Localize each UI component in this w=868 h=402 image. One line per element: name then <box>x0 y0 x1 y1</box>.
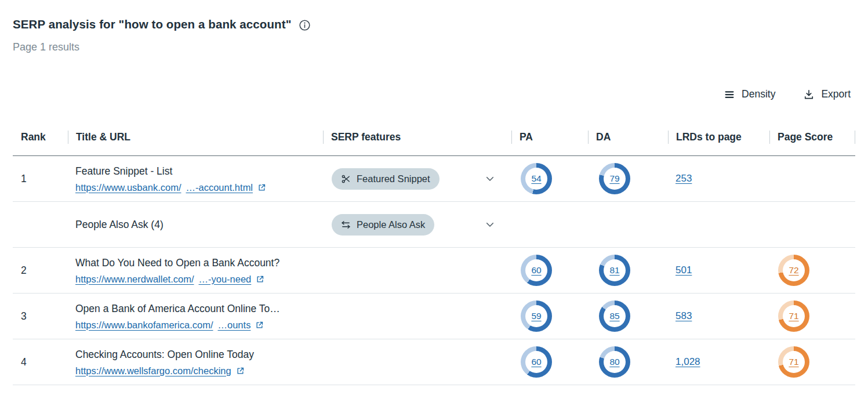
page-score-value-link[interactable]: 71 <box>789 311 798 321</box>
page-title: SERP analysis for "how to open a bank ac… <box>13 17 291 31</box>
lrds-link[interactable]: 253 <box>675 173 692 184</box>
external-link-icon[interactable] <box>257 183 266 192</box>
result-url-suffix-link[interactable]: …-account.html <box>186 182 253 193</box>
serp-feature-badge[interactable]: People Also Ask <box>332 214 434 236</box>
table-row: 4 Checking Accounts: Open Online Today h… <box>13 339 855 385</box>
table-row: 1 Feature Snippet - List https://www.usb… <box>13 156 855 202</box>
external-link-icon[interactable] <box>255 321 264 329</box>
result-url-line: https://www.nerdwallet.com/ …-you-need <box>75 274 323 285</box>
external-link-icon[interactable] <box>236 367 245 375</box>
page-score-cell: 71 <box>769 300 855 332</box>
result-url-line: https://www.wellsfargo.com/checking <box>75 365 323 376</box>
result-title: Checking Accounts: Open Online Today <box>75 348 323 361</box>
rank-cell: 4 <box>13 356 68 368</box>
pa-value-link[interactable]: 60 <box>531 357 541 367</box>
da-donut-chart: 79 <box>599 163 630 194</box>
col-rank: Rank <box>13 131 68 144</box>
page-score-value-link[interactable]: 72 <box>789 265 798 276</box>
pa-cell: 59 <box>511 300 588 332</box>
pa-donut-hole: 60 <box>525 351 547 373</box>
info-icon[interactable] <box>299 19 311 31</box>
pa-donut-hole: 54 <box>525 168 547 190</box>
pa-donut-chart: 60 <box>521 346 552 378</box>
scissors-icon <box>341 174 351 184</box>
serp-feature-label: Featured Snippet <box>357 173 430 184</box>
pa-value-link[interactable]: 54 <box>531 173 541 184</box>
export-button[interactable]: Export <box>803 88 851 100</box>
result-title: What Do You Need to Open a Bank Account? <box>75 256 323 270</box>
chevron-down-icon[interactable] <box>485 219 495 230</box>
density-button[interactable]: Density <box>724 88 775 100</box>
result-url-link[interactable]: https://www.nerdwallet.com/ <box>75 274 194 285</box>
col-title-url: Title & URL <box>68 131 323 144</box>
da-cell: 85 <box>588 300 668 332</box>
pa-donut-chart: 54 <box>521 163 552 194</box>
serp-results-table: Rank Title & URL SERP features PA DA LRD… <box>13 131 855 385</box>
da-donut-hole: 81 <box>604 259 626 281</box>
lrds-link[interactable]: 501 <box>675 265 692 276</box>
header: SERP analysis for "how to open a bank ac… <box>13 17 855 31</box>
da-value-link[interactable]: 80 <box>609 357 619 367</box>
serp-features-cell: Featured Snippet <box>323 168 511 190</box>
title-cell: People Also Ask (4) <box>68 218 323 231</box>
title-cell: Open a Bank of America Account Online To… <box>68 302 323 331</box>
lrds-cell: 253 <box>668 173 769 184</box>
pa-cell: 54 <box>511 163 588 194</box>
serp-analysis-page: SERP analysis for "how to open a bank ac… <box>0 0 868 385</box>
result-url-suffix-link[interactable]: …-you-need <box>199 274 252 285</box>
page-score-donut-chart: 71 <box>778 346 809 378</box>
lrds-cell: 583 <box>668 310 769 322</box>
da-value-link[interactable]: 81 <box>609 265 619 276</box>
page-score-donut-hole: 71 <box>783 351 805 373</box>
lrds-link[interactable]: 1,028 <box>675 356 700 367</box>
col-pa: PA <box>511 131 588 144</box>
swap-arrows-icon <box>341 220 351 230</box>
da-value-link[interactable]: 79 <box>609 173 619 184</box>
result-url-line: https://www.usbank.com/ …-account.html <box>75 182 323 193</box>
toolbar: Density Export <box>13 88 855 100</box>
page-score-cell: 72 <box>769 255 855 286</box>
rank-value: 3 <box>21 310 27 322</box>
pa-donut-hole: 60 <box>525 259 547 281</box>
da-cell: 80 <box>588 346 668 378</box>
table-row: 2 What Do You Need to Open a Bank Accoun… <box>13 248 855 294</box>
pa-value-link[interactable]: 60 <box>531 265 541 276</box>
title-cell: Checking Accounts: Open Online Today htt… <box>68 348 323 376</box>
da-donut-chart: 85 <box>599 300 630 332</box>
result-title: Feature Snippet - List <box>75 165 323 178</box>
rank-value: 1 <box>21 173 27 184</box>
result-url-link[interactable]: https://www.usbank.com/ <box>75 182 181 193</box>
da-cell: 81 <box>588 255 668 286</box>
serp-feature-label: People Also Ask <box>357 219 425 230</box>
table-body: 1 Feature Snippet - List https://www.usb… <box>13 156 855 385</box>
pa-cell: 60 <box>511 255 588 286</box>
page-score-donut-chart: 72 <box>778 255 809 286</box>
result-url-suffix-link[interactable]: …ounts <box>218 320 251 331</box>
da-donut-hole: 80 <box>604 351 626 373</box>
serp-feature-badge[interactable]: Featured Snippet <box>332 168 440 190</box>
external-link-icon[interactable] <box>256 275 264 284</box>
result-url-line: https://www.bankofamerica.com/ …ounts <box>75 320 323 331</box>
page-score-donut-hole: 71 <box>783 305 805 327</box>
page-score-value-link[interactable]: 71 <box>789 357 798 367</box>
title-cell: Feature Snippet - List https://www.usban… <box>68 165 323 193</box>
pa-donut-chart: 59 <box>521 300 552 332</box>
result-url-link[interactable]: https://www.bankofamerica.com/ <box>75 320 213 331</box>
rank-value: 2 <box>21 265 27 276</box>
col-da: DA <box>588 131 668 144</box>
density-icon <box>724 89 735 100</box>
lrds-cell: 501 <box>668 265 769 276</box>
lrds-link[interactable]: 583 <box>675 310 692 321</box>
pa-donut-chart: 60 <box>521 255 552 286</box>
da-donut-chart: 80 <box>599 346 630 378</box>
pa-value-link[interactable]: 59 <box>531 311 541 321</box>
da-value-link[interactable]: 85 <box>609 311 619 321</box>
pa-donut-hole: 59 <box>525 305 547 327</box>
export-label: Export <box>821 88 851 100</box>
chevron-down-icon[interactable] <box>485 173 495 184</box>
pa-cell: 60 <box>511 346 588 378</box>
rank-cell: 3 <box>13 310 68 323</box>
result-url-link[interactable]: https://www.wellsfargo.com/checking <box>75 365 231 376</box>
title-cell: What Do You Need to Open a Bank Account?… <box>68 256 323 285</box>
table-row: People Also Ask (4) People Also Ask <box>13 202 855 248</box>
